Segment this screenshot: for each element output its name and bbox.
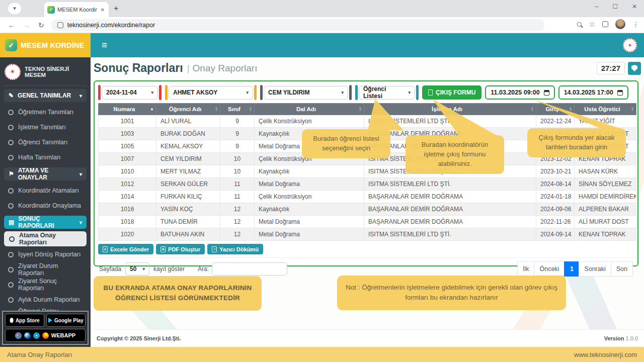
column-header[interactable]: Usta Öğretici▲▼ <box>575 104 636 115</box>
table-row[interactable]: 1001ALİ VURAL9Çelik KonstrüksiyonISITMA … <box>99 115 636 128</box>
security-button[interactable] <box>628 62 641 75</box>
site-info-icon[interactable] <box>57 22 63 28</box>
file-icon <box>428 89 433 96</box>
sort-icon: ▲▼ <box>359 107 362 112</box>
table-row[interactable]: 1018TUNA DEMİR12Metal DoğramaBAŞARANLAR … <box>99 216 636 228</box>
radio-circle-icon <box>8 155 14 160</box>
tab-close-icon[interactable]: ✕ <box>100 7 106 13</box>
sidebar-item-ogretmen-tanimlari[interactable]: Öğretmen Tanımları <box>3 105 88 120</box>
zoom-icon[interactable] <box>577 22 582 27</box>
radio-circle-icon <box>8 282 14 288</box>
top-bar: ≡ ✶ <box>91 33 644 57</box>
page-button-önceki[interactable]: Önceki <box>534 261 565 277</box>
radio-circle-icon <box>8 267 14 273</box>
week-select[interactable]: 2024-11-04▾ <box>102 86 158 100</box>
sidebar-item-isletme-tanimlari[interactable]: İşletme Tanımları <box>3 120 88 135</box>
exit-form-button[interactable]: ÇIKIŞ FORMU <box>422 85 481 100</box>
page-button-sonraki[interactable]: Sonraki <box>579 261 611 277</box>
profile-name: TEKNO SİNERJİ MESEM <box>25 66 86 78</box>
session-timer: 27:27 <box>597 62 625 74</box>
page-button-1[interactable]: 1 <box>564 261 579 277</box>
table-row[interactable]: 1014FURKAN KILIÇ11Çelik KonstrüksiyonBAŞ… <box>99 191 636 203</box>
chevron-down-icon: ▾ <box>401 90 411 95</box>
radio-circle-icon <box>8 140 14 145</box>
search-label: Ara: <box>198 265 209 273</box>
excel-export-button[interactable]: xExcele Gönder <box>98 244 153 254</box>
browser-tab[interactable]: ✓ MESEM Koordinatör | Onay Rap ✕ <box>44 2 109 17</box>
webapp-badge[interactable]: WEBAPP <box>5 329 86 342</box>
page-size-select[interactable]: 50 ▾ <box>125 262 149 276</box>
sidebar-item-ogrenci-tanimlari[interactable]: Öğrenci Tanımları <box>3 135 88 150</box>
profile-row: ✶ TEKNO SİNERJİ MESEM <box>0 57 91 85</box>
print-button[interactable]: ≡Yazıcı Dökümü <box>207 244 263 254</box>
list-type-select[interactable]: Öğrenci Listesi▾ <box>359 86 415 100</box>
column-header[interactable]: Numara▲ <box>99 104 156 115</box>
page-button-son[interactable]: Son <box>611 261 633 277</box>
window-minimize-icon[interactable]: – <box>595 3 598 10</box>
window-maximize-icon[interactable]: ☐ <box>612 3 618 10</box>
pdf-export-button-icon: A <box>160 246 166 252</box>
column-header[interactable]: Sınıf▲▼ <box>220 104 255 115</box>
column-header[interactable]: Öğrenci Adı▲▼ <box>156 104 220 115</box>
status-right[interactable]: www.teknosinerji.com <box>574 351 637 358</box>
sidebar-item-atama-ve-onaylar[interactable]: ⚑ATAMA VE ONAYLAR▾ <box>4 167 87 180</box>
callout-student-list: Buradan öğrenci listesi seçeneğini seçin <box>302 129 390 158</box>
app-badges: ⬮ App Store Google Play WEBAPP <box>2 311 89 345</box>
student-select[interactable]: CEM YILDIRIM▾ <box>264 86 348 100</box>
new-tab-button[interactable]: + <box>114 4 118 13</box>
favicon: ✓ <box>47 6 55 14</box>
date-from-input[interactable]: 11.03.2025 09:00 <box>485 85 554 100</box>
chevron-down-icon: ▾ <box>144 90 153 95</box>
sidebar-item-atama-onay-raporlari[interactable]: Atama Onay Raporları <box>4 231 87 246</box>
tab-title: MESEM Koordinatör | Onay Rap <box>57 7 97 13</box>
accent-bar <box>159 85 162 100</box>
table-row[interactable]: 1020BATUHAN AKIN12Metal DoğramaISITMA Sİ… <box>99 228 636 241</box>
table-row[interactable]: 1016YASİN KOÇ12KaynakçılıkBAŞARANLAR DEM… <box>99 203 636 216</box>
address-bar[interactable]: teknosinerji.com/ekordine/rapor <box>51 19 544 31</box>
page-size-label: Sayfada <box>99 265 121 273</box>
sidebar-item-genel-tanimlar[interactable]: ✎GENEL TANIMLAR▾ <box>4 89 87 102</box>
extensions-icon[interactable] <box>602 21 608 27</box>
forward-icon[interactable]: → <box>23 21 30 29</box>
window-close-icon[interactable]: ✕ <box>632 3 637 10</box>
browser-menu-icon[interactable]: ⋮ <box>632 21 639 28</box>
browser-tabstrip: ▾ ✓ MESEM Koordinatör | Onay Rap ✕ + – ☐… <box>0 0 644 17</box>
radio-circle-icon <box>8 188 14 194</box>
calendar-icon <box>617 90 623 96</box>
footer: Copyright © 2025 Sinerji Ltd.Şti. Versio… <box>91 329 644 347</box>
profile-avatar[interactable] <box>615 19 625 29</box>
sidebar-item-hafta-tanimlari[interactable]: Hafta Tanımları <box>3 150 88 165</box>
pdf-export-button[interactable]: APDF Oluştur <box>156 244 205 254</box>
sidebar-item-sonuc-raporlari[interactable]: ▤SONUÇ RAPORLARI▾ <box>4 216 87 229</box>
sort-asc-icon: ▲ <box>150 107 154 111</box>
table-row[interactable]: 1012SERKAN GÜLER11Metal DoğramaISITMA Sİ… <box>99 178 636 191</box>
bookmark-star-icon[interactable]: ☆ <box>589 20 595 28</box>
chrome-icon <box>15 332 22 339</box>
sort-icon: ▲▼ <box>531 107 534 112</box>
sidebar-item-koordinator-atamalari[interactable]: Koordinatör Atamaları <box>3 183 88 198</box>
sidebar-item-koordinator-onaylama[interactable]: Koordinatör Onaylama <box>3 198 88 213</box>
accent-bar <box>260 85 263 100</box>
reload-icon[interactable]: ↻ <box>38 21 44 29</box>
sidebar-divider <box>4 85 87 86</box>
safari-icon <box>33 332 40 339</box>
print-button-icon: ≡ <box>212 246 217 252</box>
sidebar-item-isyeri-donus-raporlari[interactable]: İşyeri Dönüş Raporları <box>3 247 88 262</box>
accent-bar <box>98 85 101 100</box>
date-to-input[interactable]: 14.03.2025 17:00 <box>558 85 628 100</box>
sidebar-item-ziyaret-durum-raporlari[interactable]: Ziyaret Durum Raporları <box>3 262 88 277</box>
sidebar-item-aylik-durum-raporlari[interactable]: Aylık Durum Raporları <box>3 292 88 307</box>
app-store-badge[interactable]: ⬮ App Store <box>5 314 44 327</box>
google-play-badge[interactable]: Google Play <box>46 314 86 327</box>
search-input[interactable] <box>212 262 287 276</box>
back-icon[interactable]: ← <box>8 21 15 29</box>
hamburger-menu-icon[interactable]: ≡ <box>102 40 107 51</box>
tab-list-button[interactable]: ▾ <box>8 3 21 14</box>
brand-name: MESEM KORDİNE <box>21 41 85 49</box>
column-header[interactable]: Dal Adı▲▼ <box>255 104 364 115</box>
chevron-down-icon: ▾ <box>79 220 82 225</box>
sidebar-item-ziyaret-sonuc-raporlari[interactable]: Ziyaret Sonuç Raporları <box>3 277 88 292</box>
teacher-select[interactable]: AHMET AKSOY▾ <box>169 86 253 100</box>
table-row[interactable]: 1010MERT YILMAZ10KaynakçılıkISITMA SİSTE… <box>99 165 636 178</box>
page-button-i̇lk[interactable]: İlk <box>517 261 535 277</box>
